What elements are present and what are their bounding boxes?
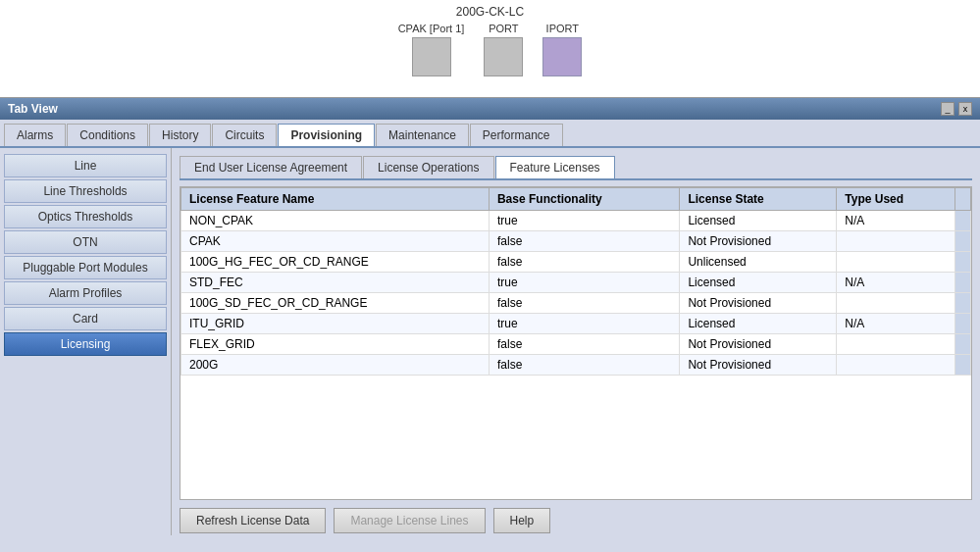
cell-name: ITU_GRID (181, 314, 490, 334)
cell-name: 100G_HG_FEC_OR_CD_RANGE (181, 252, 490, 273)
cell-state: Licensed (680, 314, 837, 334)
tab-view-title: Tab View (8, 102, 58, 116)
table-row: ITU_GRID true Licensed N/A (181, 314, 971, 334)
cell-base: true (489, 314, 679, 334)
scrollbar-header (955, 188, 971, 211)
sidebar-item-alarm-profiles[interactable]: Alarm Profiles (4, 281, 167, 305)
window-controls: _ x (941, 102, 972, 116)
iport-label: IPORT (546, 23, 579, 34)
cell-state: Not Provisioned (680, 334, 837, 355)
scrollbar-cell (955, 252, 971, 273)
cell-name: 200G (181, 355, 490, 376)
scrollbar-cell (955, 334, 971, 355)
device-title: 200G-CK-LC (456, 5, 524, 19)
cell-base: true (489, 211, 679, 231)
inner-tabs: End User License Agreement License Opera… (180, 156, 972, 180)
cell-state: Licensed (680, 273, 837, 293)
cell-type (837, 231, 955, 252)
sidebar-item-otn[interactable]: OTN (4, 230, 167, 254)
tab-conditions[interactable]: Conditions (67, 124, 148, 146)
table-row: 100G_SD_FEC_OR_CD_RANGE false Not Provis… (181, 293, 971, 314)
cell-base: true (489, 273, 679, 293)
cell-type: N/A (837, 314, 955, 334)
tab-provisioning[interactable]: Provisioning (278, 124, 375, 146)
close-button[interactable]: x (958, 102, 972, 116)
help-button[interactable]: Help (493, 508, 551, 533)
tab-eula[interactable]: End User License Agreement (180, 156, 362, 178)
table-row: FLEX_GRID false Not Provisioned (181, 334, 971, 355)
port-box (484, 37, 523, 76)
license-table: License Feature Name Base Functionality … (181, 187, 971, 376)
cell-name: NON_CPAK (181, 211, 490, 231)
cell-base: false (489, 334, 679, 355)
tab-feature-licenses[interactable]: Feature Licenses (495, 156, 615, 178)
cell-base: false (489, 252, 679, 273)
cell-state: Not Provisioned (680, 293, 837, 314)
tab-view: Tab View _ x Alarms Conditions History C… (0, 98, 980, 552)
table-row: 100G_HG_FEC_OR_CD_RANGE false Unlicensed (181, 252, 971, 273)
cell-name: CPAK (181, 231, 490, 252)
col-header-name: License Feature Name (181, 188, 490, 211)
cpak-label: CPAK [Port 1] (398, 23, 465, 34)
tab-history[interactable]: History (149, 124, 211, 146)
minimize-button[interactable]: _ (941, 102, 954, 116)
diagram-area: 200G-CK-LC CPAK [Port 1] PORT IPORT (0, 0, 980, 98)
scrollbar-cell (955, 231, 971, 252)
main-content: Line Line Thresholds Optics Thresholds O… (0, 148, 980, 535)
tab-circuits[interactable]: Circuits (212, 124, 277, 146)
cell-name: STD_FEC (181, 273, 490, 293)
manage-license-button[interactable]: Manage License Lines (334, 508, 485, 533)
right-panel: End User License Agreement License Opera… (172, 148, 980, 535)
table-row: 200G false Not Provisioned (181, 355, 971, 376)
cell-type: N/A (837, 273, 955, 293)
cell-type (837, 355, 955, 376)
sidebar-item-pluggable[interactable]: Pluggable Port Modules (4, 256, 167, 279)
cell-type (837, 293, 955, 314)
port-iport: IPORT (542, 23, 582, 76)
tab-view-header: Tab View _ x (0, 98, 980, 120)
scrollbar-cell (955, 314, 971, 334)
sidebar-item-licensing[interactable]: Licensing (4, 332, 167, 356)
sidebar-item-line-thresholds[interactable]: Line Thresholds (4, 179, 167, 203)
cell-type: N/A (837, 211, 955, 231)
scrollbar-cell (955, 355, 971, 376)
port-label: PORT (489, 23, 518, 34)
cell-type (837, 252, 955, 273)
cell-base: false (489, 355, 679, 376)
cell-state: Not Provisioned (680, 355, 837, 376)
port-cpak: CPAK [Port 1] (398, 23, 465, 76)
refresh-license-button[interactable]: Refresh License Data (180, 508, 326, 533)
cell-base: false (489, 231, 679, 252)
tab-performance[interactable]: Performance (470, 124, 563, 146)
license-panel: License Feature Name Base Functionality … (180, 186, 972, 500)
device-ports: CPAK [Port 1] PORT IPORT (398, 23, 583, 76)
tab-alarms[interactable]: Alarms (4, 124, 66, 146)
iport-box (542, 37, 582, 76)
tab-license-operations[interactable]: License Operations (363, 156, 493, 178)
cell-base: false (489, 293, 679, 314)
bottom-buttons: Refresh License Data Manage License Line… (180, 508, 972, 533)
sidebar-item-card[interactable]: Card (4, 307, 167, 330)
cell-type (837, 334, 955, 355)
tab-maintenance[interactable]: Maintenance (376, 124, 469, 146)
sidebar-item-line[interactable]: Line (4, 154, 167, 177)
table-row: STD_FEC true Licensed N/A (181, 273, 971, 293)
col-header-type: Type Used (837, 188, 955, 211)
cpak-box (412, 37, 451, 76)
cell-name: 100G_SD_FEC_OR_CD_RANGE (181, 293, 490, 314)
port-port: PORT (484, 23, 523, 76)
sidebar-item-optics-thresholds[interactable]: Optics Thresholds (4, 205, 167, 228)
scrollbar-cell (955, 273, 971, 293)
cell-state: Unlicensed (680, 252, 837, 273)
left-sidebar: Line Line Thresholds Optics Thresholds O… (0, 148, 172, 535)
scrollbar-cell (955, 293, 971, 314)
table-row: CPAK false Not Provisioned (181, 231, 971, 252)
scrollbar-cell (955, 211, 971, 231)
cell-name: FLEX_GRID (181, 334, 490, 355)
col-header-base: Base Functionality (489, 188, 679, 211)
cell-state: Not Provisioned (680, 231, 837, 252)
cell-state: Licensed (680, 211, 837, 231)
col-header-state: License State (680, 188, 837, 211)
top-tabs: Alarms Conditions History Circuits Provi… (0, 120, 980, 148)
table-row: NON_CPAK true Licensed N/A (181, 211, 971, 231)
